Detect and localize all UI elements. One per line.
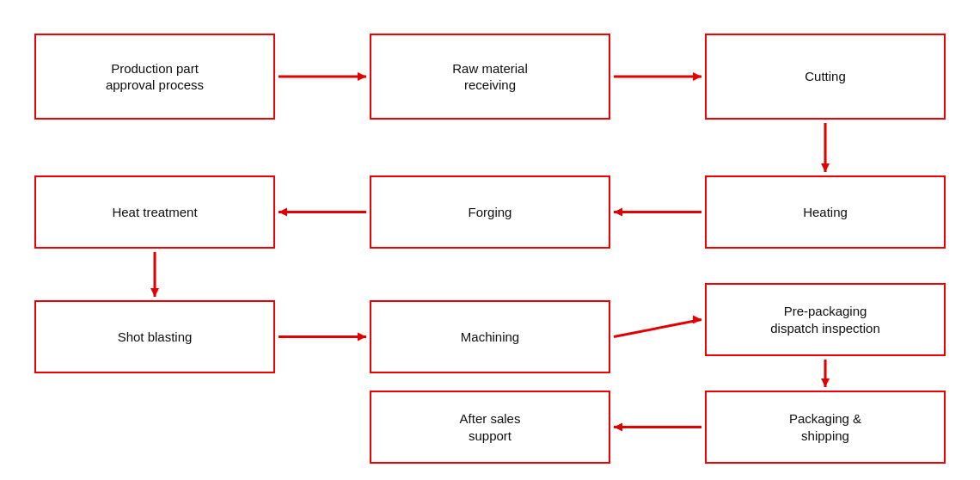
process-box-b10: After salessupport	[370, 391, 610, 464]
process-box-b4: Heat treatment	[34, 175, 275, 249]
svg-marker-17	[821, 378, 830, 387]
process-box-b3: Cutting	[705, 34, 946, 120]
svg-line-14	[614, 320, 701, 337]
svg-marker-15	[693, 316, 701, 324]
process-box-b9: Pre-packagingdispatch inspection	[705, 283, 946, 356]
process-box-b11: Packaging &shipping	[705, 391, 946, 464]
svg-marker-13	[358, 333, 366, 342]
svg-marker-3	[693, 72, 701, 81]
process-box-b7: Shot blasting	[34, 300, 275, 373]
svg-marker-1	[358, 72, 366, 81]
svg-marker-11	[150, 288, 159, 297]
svg-marker-9	[279, 208, 287, 217]
process-box-b2: Raw materialreceiving	[370, 34, 610, 120]
svg-marker-5	[821, 163, 830, 172]
process-diagram: Production partapproval processRaw mater…	[17, 16, 963, 464]
svg-marker-19	[614, 423, 622, 432]
process-box-b8: Machining	[370, 300, 610, 373]
process-box-b6: Heating	[705, 175, 946, 249]
process-box-b5: Forging	[370, 175, 610, 249]
process-box-b1: Production partapproval process	[34, 34, 275, 120]
svg-marker-7	[614, 208, 622, 217]
